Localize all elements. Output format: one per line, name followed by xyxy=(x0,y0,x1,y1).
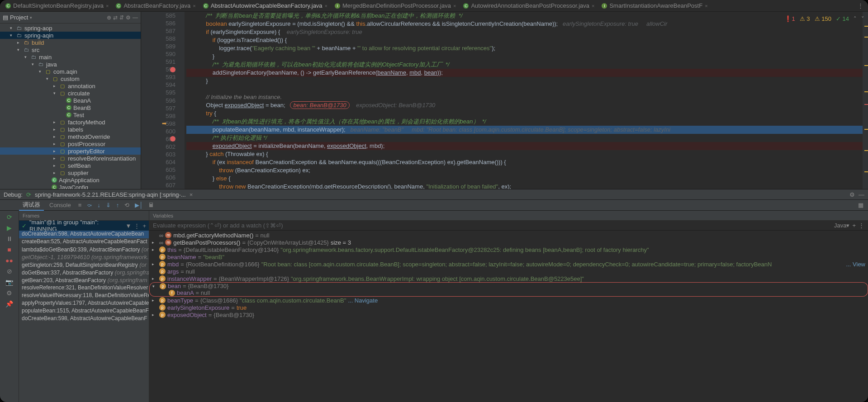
expand-arrow[interactable]: ▸ xyxy=(53,134,59,139)
variable-row[interactable]: ▸∞mgetBeanPostProcessors() = {CopyOnWrit… xyxy=(149,239,868,246)
close-tab-icon[interactable]: × xyxy=(190,191,193,198)
code-line[interactable]: // Initialize the bean instance. xyxy=(186,93,863,101)
code-line[interactable]: /** 对bean的属性进行填充，将各个属性值注入（存在其他bean的属性，则会… xyxy=(186,118,863,126)
tree-item[interactable]: ▾▢custom xyxy=(0,75,141,82)
frame-row[interactable]: lambda$doGetBean$0:339, AbstractBeanFact… xyxy=(19,246,149,254)
code-line[interactable]: } xyxy=(186,77,863,85)
breakpoint-icon[interactable] xyxy=(170,67,175,72)
minimize-icon[interactable]: — xyxy=(859,191,864,198)
frame-row[interactable]: doCreateBean:598, AbstractAutowireCapabl… xyxy=(19,315,149,323)
variable-row[interactable]: pearlySingletonExposure = true xyxy=(149,304,868,311)
expand-arrow[interactable]: ▸ xyxy=(152,240,157,245)
frame-row[interactable]: createBean:525, AbstractAutowireCapableB… xyxy=(19,238,149,246)
editor-tab[interactable]: CAbstractAutowireCapableBeanFactory.java… xyxy=(199,1,331,10)
marks-bar[interactable] xyxy=(863,12,868,189)
code-line[interactable]: } catch (Throwable ex) { xyxy=(186,150,863,158)
debugger-tab[interactable]: 调试器 xyxy=(19,200,44,211)
chevron-up-icon[interactable]: ˄ xyxy=(854,15,857,22)
step-out-icon[interactable]: ↑ xyxy=(114,202,121,208)
frame-row[interactable]: doGetBean:337, AbstractBeanFactory (org.… xyxy=(19,269,149,277)
tree-item[interactable]: ▸▢methodOverride xyxy=(0,133,141,140)
run-to-cursor-icon[interactable]: ▶│ xyxy=(133,202,145,208)
project-tree[interactable]: ▾🗀spring-aop▾🗀spring-aqin▸🗀build▾🗀src▾🗀m… xyxy=(0,24,141,189)
expand-arrow[interactable]: ▸ xyxy=(53,142,59,146)
code-line[interactable]: boolean earlySingletonExposure = (mbd.is… xyxy=(186,20,863,28)
tree-item[interactable]: ▾▢com.aqin xyxy=(0,68,141,75)
variable-row[interactable]: fbeanA = null xyxy=(149,289,868,297)
expand-arrow[interactable]: ▾ xyxy=(152,284,158,288)
evaluate-row[interactable]: Evaluate expression (⌃⏎) or add a watch … xyxy=(149,221,868,231)
frame-row[interactable]: getBean:203, AbstractBeanFactory (org.sp… xyxy=(19,277,149,284)
chevron-down-icon[interactable]: ˅ xyxy=(861,15,864,22)
get-thread-dump-icon[interactable]: 📷 xyxy=(5,279,13,286)
tree-item[interactable]: ▾▢circulate xyxy=(0,90,141,97)
more-icon[interactable]: ⋮ xyxy=(859,222,864,229)
variable-row[interactable]: pbeanName = "beanB" xyxy=(149,253,868,260)
expand-arrow[interactable]: ▸ xyxy=(53,156,59,161)
expand-arrow[interactable]: ▸ xyxy=(53,84,59,88)
variable-row[interactable]: ▾pbean = {BeanB@1730} xyxy=(149,282,868,289)
close-icon[interactable]: × xyxy=(193,3,195,9)
code-line[interactable]: if (earlySingletonExposure) { earlySingl… xyxy=(186,28,863,36)
drop-frame-icon[interactable]: ⟲ xyxy=(123,202,131,208)
code-line[interactable]: throw (BeanCreationException) ex; xyxy=(186,166,863,175)
thread-selector[interactable]: ✓ "main"@1 in group "main": RUNNING ▼ ⋮ … xyxy=(19,221,149,231)
editor-tab[interactable]: ISmartInstantiationAwareBeanPostF× xyxy=(598,1,711,10)
code-line[interactable]: populateBean(beanName, mbd, instanceWrap… xyxy=(186,126,863,134)
threads-icon[interactable]: ≡ xyxy=(76,202,84,208)
tree-item[interactable]: CJavaConfig xyxy=(0,184,141,189)
code-line[interactable]: } xyxy=(186,52,863,61)
frame-row[interactable]: getObject:-1, 1169794610 (org.springfram… xyxy=(19,254,149,261)
view-breakpoints-icon[interactable]: ●● xyxy=(5,257,13,264)
editor-gutter[interactable]: 5855865875885895905915925935945955965975… xyxy=(141,12,185,189)
frame-row[interactable]: resolveReference:321, BeanDefinitionValu… xyxy=(19,284,149,292)
tree-item[interactable]: CBeanB xyxy=(0,104,141,111)
tree-item[interactable]: ▸▢labels xyxy=(0,126,141,133)
code-line[interactable]: if (logger.isTraceEnabled()) { xyxy=(186,36,863,44)
expand-arrow[interactable]: ▾ xyxy=(10,33,15,38)
hide-icon[interactable]: — xyxy=(133,14,138,21)
more-tabs-icon[interactable]: ⋮ xyxy=(855,2,866,9)
gear-icon[interactable]: ⚙ xyxy=(126,14,131,21)
tree-item[interactable]: ▾🗀spring-aop xyxy=(0,24,141,32)
settings-icon[interactable]: ⚙ xyxy=(6,289,12,297)
code-area[interactable]: /** 判断当前bean是否需要提前曝光，单例&允许循环依赖&当前bean正在创… xyxy=(185,12,863,189)
pause-icon[interactable]: ⏸ xyxy=(6,235,13,242)
tree-item[interactable]: ▾🗀java xyxy=(0,61,141,68)
expand-arrow[interactable]: ▾ xyxy=(10,26,15,30)
stop-icon[interactable]: ■ xyxy=(7,246,11,253)
expand-arrow[interactable]: ▸ xyxy=(17,40,23,45)
tree-item[interactable]: ▾🗀src xyxy=(0,46,141,53)
expand-arrow[interactable]: ▾ xyxy=(46,76,52,81)
code-line[interactable]: try { xyxy=(186,109,863,118)
code-line[interactable]: /** 为避免后期循环依赖，可以在bean初始化完成前将创建实例的ObjectF… xyxy=(186,61,863,69)
close-icon[interactable]: × xyxy=(106,3,109,9)
code-line[interactable]: } else { xyxy=(186,175,863,183)
variable-row[interactable]: ▸pmbd = {RootBeanDefinition@1666} "Root … xyxy=(149,260,868,268)
code-line[interactable]: if (ex instanceof BeanCreationException … xyxy=(186,158,863,166)
close-icon[interactable]: × xyxy=(453,3,456,9)
tree-item[interactable]: ▸▢selfBean xyxy=(0,162,141,169)
expand-arrow[interactable]: ▾ xyxy=(17,47,23,52)
step-over-icon[interactable]: ⤼ xyxy=(85,202,94,208)
expand-arrow[interactable]: ▸ xyxy=(53,170,59,175)
code-line[interactable]: addSingletonFactory(beanName, () -> getE… xyxy=(186,69,863,77)
frame-row[interactable]: getSingleton:259, DefaultSingletonBeanRe… xyxy=(19,261,149,269)
variable-row[interactable]: ▸pexposedObject = {BeanB@1730} xyxy=(149,311,868,318)
code-line[interactable]: /** 执行初始化逻辑 */ xyxy=(186,134,863,142)
expand-arrow[interactable]: ▸ xyxy=(53,120,59,124)
variable-row[interactable]: ▸pthis = {DefaultListableBeanFactory@134… xyxy=(149,246,868,253)
code-line[interactable] xyxy=(186,85,863,93)
expand-arrow[interactable]: ▾ xyxy=(24,55,30,59)
tree-item[interactable]: ▸▢supplier xyxy=(0,169,141,176)
expand-arrow[interactable]: ▾ xyxy=(32,62,37,66)
expand-icon[interactable]: ⇄ xyxy=(113,14,118,21)
frame-row[interactable]: resolveValueIfNecessary:118, BeanDefinit… xyxy=(19,292,149,300)
close-icon[interactable]: × xyxy=(705,3,707,9)
code-line[interactable]: /** 判断当前bean是否需要提前曝光，单例&允许循环依赖&当前bean正在创… xyxy=(186,12,863,20)
close-icon[interactable]: × xyxy=(592,3,594,9)
add-watch-icon[interactable]: + xyxy=(852,222,856,229)
navigate-link[interactable]: ... Navigate xyxy=(348,297,378,304)
variable-row[interactable]: ∞mmbd.getFactoryMethodName() = null xyxy=(149,232,868,239)
collapse-icon[interactable]: ⇵ xyxy=(119,14,124,21)
